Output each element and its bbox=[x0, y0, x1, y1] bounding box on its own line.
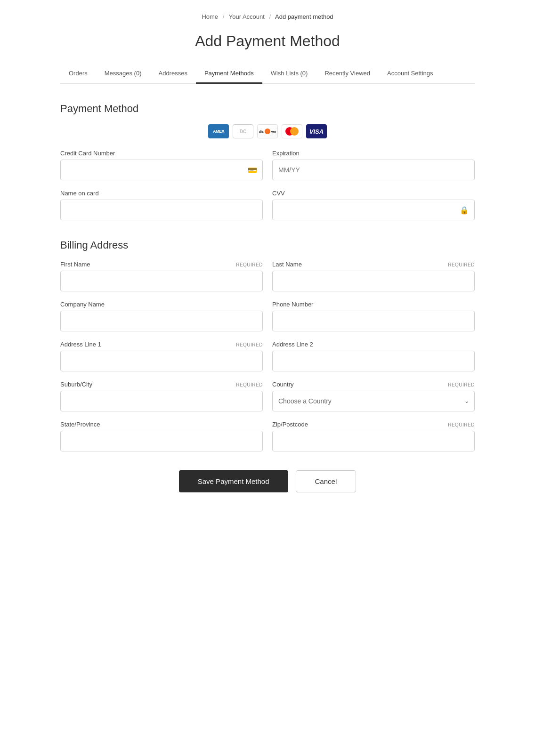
name-on-card-label: Name on card bbox=[60, 190, 99, 197]
suburb-city-input[interactable] bbox=[60, 391, 263, 411]
breadcrumb-sep-2: / bbox=[269, 13, 271, 20]
discover-logo: dis ver bbox=[257, 124, 278, 138]
company-name-input[interactable] bbox=[60, 311, 263, 331]
first-name-group: First Name REQUIRED bbox=[60, 261, 263, 291]
state-zip-row: State/Province Zip/Postcode REQUIRED bbox=[60, 421, 475, 451]
zip-postcode-required: REQUIRED bbox=[448, 422, 475, 427]
form-buttons: Save Payment Method Cancel bbox=[60, 470, 475, 492]
billing-address-title: Billing Address bbox=[60, 239, 475, 251]
state-province-label: State/Province bbox=[60, 421, 100, 428]
address-line2-input[interactable] bbox=[272, 351, 475, 371]
address-line1-required: REQUIRED bbox=[236, 342, 263, 347]
cancel-button[interactable]: Cancel bbox=[296, 470, 357, 492]
zip-postcode-group: Zip/Postcode REQUIRED bbox=[272, 421, 475, 451]
diners-logo: DC bbox=[233, 124, 253, 138]
name-on-card-input[interactable] bbox=[60, 200, 263, 220]
company-name-label: Company Name bbox=[60, 301, 105, 308]
cvv-wrapper: 🔒 bbox=[272, 200, 475, 220]
tab-messages[interactable]: Messages (0) bbox=[96, 64, 150, 84]
company-name-group: Company Name bbox=[60, 301, 263, 331]
address-line1-label: Address Line 1 bbox=[60, 341, 101, 348]
breadcrumb-account[interactable]: Your Account bbox=[229, 13, 265, 20]
mastercard-logo bbox=[282, 124, 302, 138]
country-group: Country REQUIRED Choose a Country United… bbox=[272, 381, 475, 411]
zip-postcode-label: Zip/Postcode bbox=[272, 421, 308, 428]
credit-card-number-input[interactable] bbox=[60, 160, 263, 180]
tab-addresses[interactable]: Addresses bbox=[150, 64, 195, 84]
phone-number-input[interactable] bbox=[272, 311, 475, 331]
expiration-input[interactable] bbox=[272, 160, 475, 180]
last-name-input[interactable] bbox=[272, 271, 475, 291]
first-name-input[interactable] bbox=[60, 271, 263, 291]
name-on-card-group: Name on card bbox=[60, 190, 263, 220]
city-country-row: Suburb/City REQUIRED Country REQUIRED Ch… bbox=[60, 381, 475, 411]
credit-card-number-group: Credit Card Number 💳 bbox=[60, 150, 263, 180]
phone-number-group: Phone Number bbox=[272, 301, 475, 331]
zip-postcode-input[interactable] bbox=[272, 431, 475, 451]
card-logos: AMEX DC dis ver bbox=[60, 124, 475, 138]
country-select-wrapper: Choose a Country United States United Ki… bbox=[272, 391, 475, 411]
expiration-label: Expiration bbox=[272, 150, 300, 157]
expiration-group: Expiration bbox=[272, 150, 475, 180]
tab-wishlists[interactable]: Wish Lists (0) bbox=[262, 64, 316, 84]
tab-account-settings[interactable]: Account Settings bbox=[379, 64, 442, 84]
save-payment-method-button[interactable]: Save Payment Method bbox=[179, 470, 288, 492]
address-row: Address Line 1 REQUIRED Address Line 2 bbox=[60, 341, 475, 371]
tab-payment-methods[interactable]: Payment Methods bbox=[196, 64, 262, 84]
state-province-group: State/Province bbox=[60, 421, 263, 451]
suburb-city-label: Suburb/City bbox=[60, 381, 92, 388]
country-required: REQUIRED bbox=[448, 382, 475, 387]
tab-recently-viewed[interactable]: Recently Viewed bbox=[316, 64, 379, 84]
breadcrumb: Home / Your Account / Add payment method bbox=[60, 0, 475, 28]
last-name-group: Last Name REQUIRED bbox=[272, 261, 475, 291]
last-name-label: Last Name bbox=[272, 261, 302, 268]
cvv-label: CVV bbox=[272, 190, 285, 197]
address-line2-label: Address Line 2 bbox=[272, 341, 313, 348]
cvv-group: CVV 🔒 bbox=[272, 190, 475, 220]
suburb-city-required: REQUIRED bbox=[236, 382, 263, 387]
tab-orders[interactable]: Orders bbox=[60, 64, 96, 84]
cvv-input[interactable] bbox=[272, 200, 475, 220]
address-line1-group: Address Line 1 REQUIRED bbox=[60, 341, 263, 371]
name-cvv-row: Name on card CVV 🔒 bbox=[60, 190, 475, 220]
visa-logo: VISA bbox=[306, 124, 327, 138]
first-name-label: First Name bbox=[60, 261, 90, 268]
address-line1-input[interactable] bbox=[60, 351, 263, 371]
breadcrumb-home[interactable]: Home bbox=[202, 13, 218, 20]
first-name-required: REQUIRED bbox=[236, 262, 263, 267]
credit-card-number-label: Credit Card Number bbox=[60, 150, 115, 157]
breadcrumb-sep-1: / bbox=[223, 13, 225, 20]
phone-number-label: Phone Number bbox=[272, 301, 313, 308]
payment-method-section: Payment Method AMEX DC dis ver bbox=[60, 103, 475, 220]
name-row: First Name REQUIRED Last Name REQUIRED bbox=[60, 261, 475, 291]
page-title: Add Payment Method bbox=[60, 32, 475, 50]
country-select[interactable]: Choose a Country United States United Ki… bbox=[272, 391, 475, 411]
billing-address-section: Billing Address First Name REQUIRED Last… bbox=[60, 239, 475, 451]
state-province-input[interactable] bbox=[60, 431, 263, 451]
account-nav: Orders Messages (0) Addresses Payment Me… bbox=[60, 64, 475, 84]
address-line2-group: Address Line 2 bbox=[272, 341, 475, 371]
last-name-required: REQUIRED bbox=[448, 262, 475, 267]
payment-method-title: Payment Method bbox=[60, 103, 475, 115]
amex-logo: AMEX bbox=[208, 124, 229, 138]
card-number-expiry-row: Credit Card Number 💳 Expiration bbox=[60, 150, 475, 180]
country-label: Country bbox=[272, 381, 294, 388]
company-phone-row: Company Name Phone Number bbox=[60, 301, 475, 331]
suburb-city-group: Suburb/City REQUIRED bbox=[60, 381, 263, 411]
breadcrumb-current: Add payment method bbox=[275, 13, 333, 20]
credit-card-number-wrapper: 💳 bbox=[60, 160, 263, 180]
